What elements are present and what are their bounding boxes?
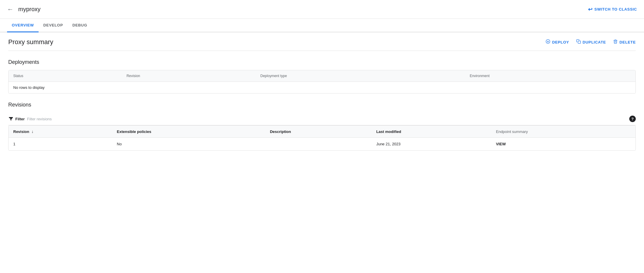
proxy-summary-title: Proxy summary <box>8 38 53 46</box>
deployments-table-container: Status Revision Deployment type Environm… <box>8 70 636 94</box>
rev-endpoint-summary: VIEW <box>491 138 635 151</box>
duplicate-icon <box>576 39 581 45</box>
col-revision: Revision <box>122 70 255 82</box>
col-rev-description: Description <box>265 126 371 138</box>
filter-placeholder[interactable]: Filter revisions <box>27 117 52 121</box>
col-rev-last-modified: Last modified <box>371 126 491 138</box>
deployments-table: Status Revision Deployment type Environm… <box>9 70 635 93</box>
delete-label: DELETE <box>620 40 636 44</box>
col-rev-revision-label: Revision <box>13 129 29 134</box>
main-content: Proxy summary DEPLOY <box>0 32 644 151</box>
delete-icon <box>613 39 618 45</box>
col-rev-revision: Revision ↓ <box>9 126 112 138</box>
deployments-title: Deployments <box>8 59 636 65</box>
back-icon: ← <box>7 6 14 13</box>
switch-to-classic-button[interactable]: ↩ SWITCH TO CLASSIC <box>588 6 637 13</box>
filter-left: Filter Filter revisions <box>8 116 52 121</box>
tabs-bar: OVERVIEW DEVELOP DEBUG <box>0 19 644 32</box>
filter-button[interactable]: Filter <box>8 116 25 121</box>
rev-number: 1 <box>9 138 112 151</box>
filter-label: Filter <box>15 117 25 121</box>
header: ← myproxy ↩ SWITCH TO CLASSIC <box>0 0 644 19</box>
delete-button[interactable]: DELETE <box>613 39 636 45</box>
proxy-summary-header: Proxy summary DEPLOY <box>8 32 636 51</box>
deployments-section: Deployments Status Revision Deployment t… <box>8 59 636 94</box>
revisions-title: Revisions <box>8 102 636 108</box>
filter-icon-svg <box>8 116 14 121</box>
rev-last-modified: June 21, 2023 <box>371 138 491 151</box>
deploy-icon <box>546 39 550 45</box>
col-rev-endpoint-summary: Endpoint summary <box>491 126 635 138</box>
revisions-thead: Revision ↓ Extensible policies Descripti… <box>9 126 635 138</box>
revisions-table: Revision ↓ Extensible policies Descripti… <box>9 126 635 150</box>
deploy-button[interactable]: DEPLOY <box>546 39 569 45</box>
back-button[interactable]: ← <box>7 6 14 13</box>
deploy-label: DEPLOY <box>552 40 569 44</box>
rev-ext-policies: No <box>112 138 265 151</box>
rev-description <box>265 138 371 151</box>
col-status: Status <box>9 70 122 82</box>
action-buttons: DEPLOY DUPLICATE <box>546 39 636 45</box>
switch-classic-icon: ↩ <box>588 6 593 13</box>
table-row: 1 No June 21, 2023 VIEW <box>9 138 635 151</box>
no-rows-text: No rows to display <box>9 82 635 94</box>
tab-develop[interactable]: DEVELOP <box>39 19 68 32</box>
help-icon[interactable]: ? <box>629 116 636 122</box>
deployments-tbody: No rows to display <box>9 82 635 94</box>
revisions-header-row: Revision ↓ Extensible policies Descripti… <box>9 126 635 138</box>
switch-classic-label: SWITCH TO CLASSIC <box>595 7 637 11</box>
deployments-header-row: Status Revision Deployment type Environm… <box>9 70 635 82</box>
tab-overview[interactable]: OVERVIEW <box>7 19 39 32</box>
no-rows-row: No rows to display <box>9 82 635 94</box>
col-deployment-type: Deployment type <box>256 70 465 82</box>
revisions-table-container: Revision ↓ Extensible policies Descripti… <box>8 125 636 151</box>
tab-debug[interactable]: DEBUG <box>68 19 92 32</box>
duplicate-button[interactable]: DUPLICATE <box>576 39 606 45</box>
view-link[interactable]: VIEW <box>496 142 506 146</box>
revisions-tbody: 1 No June 21, 2023 VIEW <box>9 138 635 151</box>
revisions-filter-bar: Filter Filter revisions ? <box>8 113 636 125</box>
duplicate-label: DUPLICATE <box>583 40 606 44</box>
revisions-section: Revisions Filter Filter revisions ? <box>8 102 636 151</box>
sort-arrow-icon: ↓ <box>32 129 34 134</box>
col-rev-ext-policies: Extensible policies <box>112 126 265 138</box>
svg-rect-2 <box>578 41 581 44</box>
page-title: myproxy <box>18 6 41 13</box>
col-environment: Environment <box>465 70 635 82</box>
deployments-thead: Status Revision Deployment type Environm… <box>9 70 635 82</box>
header-left: ← myproxy <box>7 6 41 13</box>
